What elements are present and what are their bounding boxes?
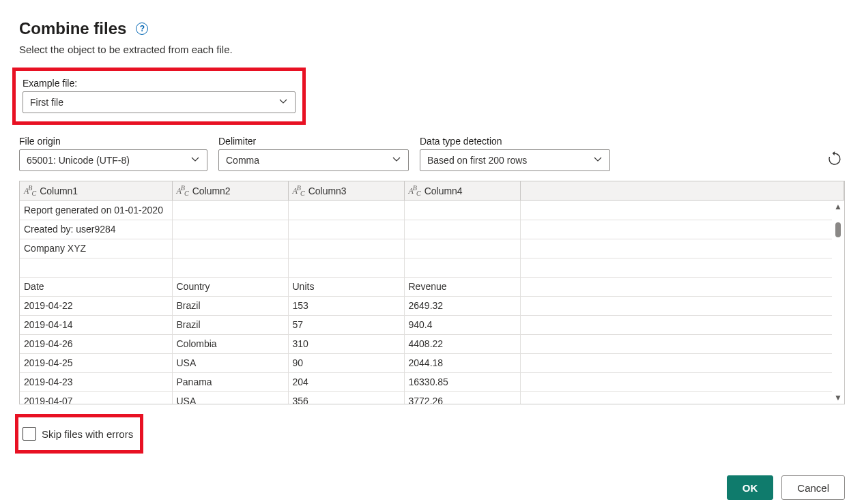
column-header[interactable]: ABCColumn3 [288,181,404,201]
table-cell: Date [20,277,172,296]
table-cell [288,201,404,220]
table-cell-blank [520,201,844,220]
skip-files-label: Skip files with errors [42,428,133,440]
refresh-icon[interactable] [827,151,841,165]
table-cell-blank [520,353,844,372]
skip-files-highlight: Skip files with errors [15,414,143,454]
table-row: DateCountryUnitsRevenue [20,277,844,296]
table-cell: Created by: user9284 [20,220,172,239]
table-cell [404,201,520,220]
table-cell: 2019-04-14 [20,315,172,334]
table-cell [172,258,288,277]
table-row: 2019-04-07USA3563772.26 [20,391,844,404]
table-row: Company XYZ [20,239,844,258]
table-row: 2019-04-14Brazil57940.4 [20,315,844,334]
column-header-blank [520,181,844,201]
table-cell: 153 [288,296,404,315]
table-cell [20,258,172,277]
table-cell-blank [520,220,844,239]
vertical-scrollbar[interactable]: ▲ ▼ [832,201,844,404]
example-file-dropdown[interactable]: First file [23,91,296,113]
table-cell: 2649.32 [404,296,520,315]
table-cell: 4408.22 [404,334,520,353]
column-header[interactable]: ABCColumn1 [20,181,172,201]
table-cell-blank [520,372,844,391]
page-subtitle: Select the object to be extracted from e… [19,44,845,55]
page-title: Combine files [19,19,126,38]
example-file-value: First file [30,97,63,108]
table-cell: 204 [288,372,404,391]
table-row [20,258,844,277]
table-cell: 310 [288,334,404,353]
table-cell: Units [288,277,404,296]
table-cell: Brazil [172,315,288,334]
delimiter-dropdown[interactable]: Comma [218,149,409,171]
table-cell: 2044.18 [404,353,520,372]
table-cell: 2019-04-22 [20,296,172,315]
table-cell: Company XYZ [20,239,172,258]
datatype-dropdown[interactable]: Based on first 200 rows [420,149,610,171]
text-type-icon: ABC [293,184,304,197]
column-header[interactable]: ABCColumn2 [172,181,288,201]
table-cell [288,220,404,239]
delimiter-value: Comma [226,155,259,166]
chevron-down-icon [278,97,288,108]
chevron-down-icon [392,155,401,166]
table-cell: Report generated on 01-01-2020 [20,201,172,220]
scroll-down-icon[interactable]: ▼ [834,393,842,402]
scroll-thumb[interactable] [835,222,841,237]
table-row: Report generated on 01-01-2020 [20,201,844,220]
example-file-label: Example file: [23,78,296,89]
table-cell: 2019-04-07 [20,391,172,404]
text-type-icon: ABC [177,184,188,197]
table-row: Created by: user9284 [20,220,844,239]
text-type-icon: ABC [409,184,420,197]
table-cell [172,220,288,239]
table-cell: 2019-04-23 [20,372,172,391]
chevron-down-icon [593,155,603,166]
ok-button[interactable]: OK [727,475,774,500]
skip-files-checkbox[interactable] [23,427,36,441]
table-cell: 90 [288,353,404,372]
table-cell [288,239,404,258]
table-cell: 356 [288,391,404,404]
column-header[interactable]: ABCColumn4 [404,181,520,201]
table-row: 2019-04-26Colombia3104408.22 [20,334,844,353]
table-cell: 57 [288,315,404,334]
table-cell: Panama [172,372,288,391]
table-cell: 3772.26 [404,391,520,404]
table-cell-blank [520,258,844,277]
table-cell: 2019-04-25 [20,353,172,372]
table-cell-blank [520,239,844,258]
table-cell [404,220,520,239]
table-cell: Country [172,277,288,296]
chevron-down-icon [190,155,200,166]
help-icon[interactable]: ? [136,23,148,35]
table-cell [172,201,288,220]
table-cell: 16330.85 [404,372,520,391]
cancel-button[interactable]: Cancel [781,475,845,500]
table-cell: Colombia [172,334,288,353]
delimiter-label: Delimiter [218,136,409,147]
table-cell-blank [520,315,844,334]
table-cell [404,239,520,258]
table-cell: USA [172,353,288,372]
example-file-highlight: Example file: First file [12,68,306,125]
table-row: 2019-04-22Brazil1532649.32 [20,296,844,315]
file-origin-label: File origin [19,136,207,147]
table-cell-blank [520,296,844,315]
table-cell-blank [520,334,844,353]
file-origin-dropdown[interactable]: 65001: Unicode (UTF-8) [19,149,207,171]
datatype-value: Based on first 200 rows [427,155,527,166]
table-cell: Revenue [404,277,520,296]
table-cell: USA [172,391,288,404]
table-cell: 2019-04-26 [20,334,172,353]
preview-table: ABCColumn1 ABCColumn2 ABCColumn3 ABCColu… [19,181,845,404]
table-cell-blank [520,277,844,296]
scroll-up-icon[interactable]: ▲ [834,202,842,211]
table-cell [172,239,288,258]
table-cell [404,258,520,277]
table-header-row: ABCColumn1 ABCColumn2 ABCColumn3 ABCColu… [20,181,844,201]
file-origin-value: 65001: Unicode (UTF-8) [27,155,130,166]
table-cell: 940.4 [404,315,520,334]
